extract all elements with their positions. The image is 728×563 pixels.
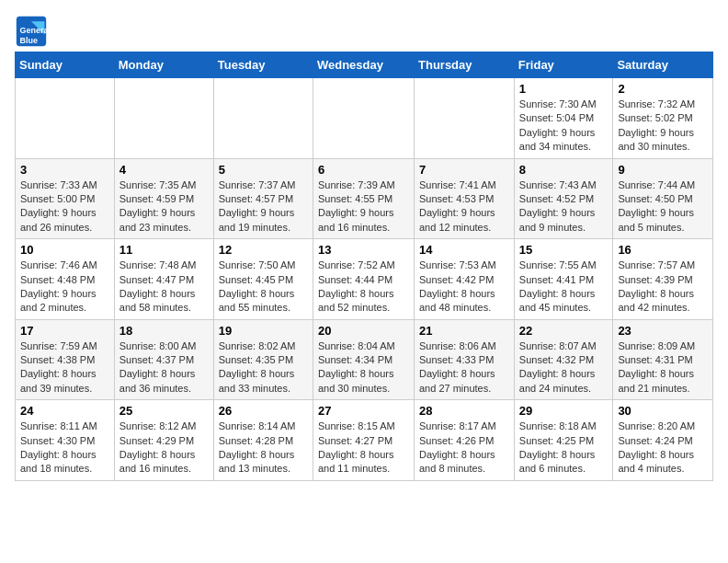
calendar-cell	[16, 78, 115, 159]
calendar-cell: 2Sunrise: 7:32 AM Sunset: 5:02 PM Daylig…	[613, 78, 713, 159]
day-info: Sunrise: 7:43 AM Sunset: 4:52 PM Dayligh…	[519, 178, 609, 236]
day-number: 25	[119, 404, 209, 418]
day-info: Sunrise: 7:55 AM Sunset: 4:41 PM Dayligh…	[519, 259, 609, 316]
day-number: 27	[318, 404, 409, 418]
day-number: 13	[318, 243, 409, 257]
day-number: 21	[419, 324, 509, 338]
calendar-cell: 25Sunrise: 8:12 AM Sunset: 4:29 PM Dayli…	[114, 400, 213, 481]
calendar-cell: 13Sunrise: 7:52 AM Sunset: 4:44 PM Dayli…	[313, 239, 414, 320]
calendar-cell: 24Sunrise: 8:11 AM Sunset: 4:30 PM Dayli…	[16, 400, 115, 481]
calendar-cell: 18Sunrise: 8:00 AM Sunset: 4:37 PM Dayli…	[114, 319, 213, 400]
calendar-cell: 8Sunrise: 7:43 AM Sunset: 4:52 PM Daylig…	[514, 158, 613, 239]
day-number: 17	[20, 324, 109, 338]
day-info: Sunrise: 7:30 AM Sunset: 5:04 PM Dayligh…	[519, 98, 609, 155]
day-header-thursday: Thursday	[415, 52, 515, 78]
day-info: Sunrise: 7:53 AM Sunset: 4:42 PM Dayligh…	[419, 259, 509, 316]
day-number: 9	[618, 163, 708, 177]
calendar-table: SundayMondayTuesdayWednesdayThursdayFrid…	[15, 52, 713, 481]
day-info: Sunrise: 7:37 AM Sunset: 4:57 PM Dayligh…	[219, 178, 308, 236]
calendar-cell: 27Sunrise: 8:15 AM Sunset: 4:27 PM Dayli…	[313, 400, 414, 481]
day-number: 12	[219, 243, 308, 257]
day-number: 14	[419, 243, 509, 257]
calendar-cell: 29Sunrise: 8:18 AM Sunset: 4:25 PM Dayli…	[514, 400, 613, 481]
calendar-cell: 21Sunrise: 8:06 AM Sunset: 4:33 PM Dayli…	[415, 319, 515, 400]
calendar-cell: 4Sunrise: 7:35 AM Sunset: 4:59 PM Daylig…	[114, 158, 213, 239]
day-info: Sunrise: 7:46 AM Sunset: 4:48 PM Dayligh…	[20, 259, 109, 316]
calendar-cell: 16Sunrise: 7:57 AM Sunset: 4:39 PM Dayli…	[613, 239, 713, 320]
day-info: Sunrise: 7:50 AM Sunset: 4:45 PM Dayligh…	[219, 259, 308, 316]
day-number: 8	[519, 163, 609, 177]
day-info: Sunrise: 8:07 AM Sunset: 4:32 PM Dayligh…	[519, 339, 609, 396]
day-info: Sunrise: 8:20 AM Sunset: 4:24 PM Dayligh…	[618, 419, 708, 477]
day-info: Sunrise: 7:59 AM Sunset: 4:38 PM Dayligh…	[20, 339, 109, 396]
day-header-tuesday: Tuesday	[213, 52, 313, 78]
day-info: Sunrise: 8:15 AM Sunset: 4:27 PM Dayligh…	[318, 419, 409, 477]
calendar-cell: 14Sunrise: 7:53 AM Sunset: 4:42 PM Dayli…	[415, 239, 515, 320]
day-header-saturday: Saturday	[613, 52, 713, 78]
calendar-cell	[114, 78, 213, 159]
day-info: Sunrise: 7:52 AM Sunset: 4:44 PM Dayligh…	[318, 259, 409, 316]
day-info: Sunrise: 8:12 AM Sunset: 4:29 PM Dayligh…	[119, 419, 209, 477]
calendar-cell: 22Sunrise: 8:07 AM Sunset: 4:32 PM Dayli…	[514, 319, 613, 400]
logo-icon: General Blue	[15, 15, 48, 48]
day-info: Sunrise: 8:04 AM Sunset: 4:34 PM Dayligh…	[318, 339, 409, 396]
calendar-cell: 3Sunrise: 7:33 AM Sunset: 5:00 PM Daylig…	[16, 158, 115, 239]
day-header-friday: Friday	[514, 52, 613, 78]
day-number: 20	[318, 324, 409, 338]
calendar-cell: 30Sunrise: 8:20 AM Sunset: 4:24 PM Dayli…	[613, 400, 713, 481]
day-number: 24	[20, 404, 109, 418]
day-number: 23	[618, 324, 708, 338]
calendar-cell: 19Sunrise: 8:02 AM Sunset: 4:35 PM Dayli…	[213, 319, 313, 400]
day-number: 2	[618, 82, 708, 96]
calendar-cell: 28Sunrise: 8:17 AM Sunset: 4:26 PM Dayli…	[415, 400, 515, 481]
calendar-cell	[213, 78, 313, 159]
day-info: Sunrise: 8:02 AM Sunset: 4:35 PM Dayligh…	[219, 339, 308, 396]
calendar-cell: 5Sunrise: 7:37 AM Sunset: 4:57 PM Daylig…	[213, 158, 313, 239]
calendar-cell: 1Sunrise: 7:30 AM Sunset: 5:04 PM Daylig…	[514, 78, 613, 159]
day-number: 15	[519, 243, 609, 257]
day-info: Sunrise: 7:32 AM Sunset: 5:02 PM Dayligh…	[618, 98, 708, 155]
day-number: 22	[519, 324, 609, 338]
calendar-cell: 12Sunrise: 7:50 AM Sunset: 4:45 PM Dayli…	[213, 239, 313, 320]
day-number: 6	[318, 163, 409, 177]
calendar-cell: 10Sunrise: 7:46 AM Sunset: 4:48 PM Dayli…	[16, 239, 115, 320]
svg-text:Blue: Blue	[19, 36, 38, 45]
day-number: 26	[219, 404, 308, 418]
day-number: 18	[119, 324, 209, 338]
calendar-cell: 17Sunrise: 7:59 AM Sunset: 4:38 PM Dayli…	[16, 319, 115, 400]
day-header-wednesday: Wednesday	[313, 52, 414, 78]
calendar-cell: 11Sunrise: 7:48 AM Sunset: 4:47 PM Dayli…	[114, 239, 213, 320]
day-number: 10	[20, 243, 109, 257]
day-number: 5	[219, 163, 308, 177]
calendar-cell: 7Sunrise: 7:41 AM Sunset: 4:53 PM Daylig…	[415, 158, 515, 239]
calendar-cell: 20Sunrise: 8:04 AM Sunset: 4:34 PM Dayli…	[313, 319, 414, 400]
day-info: Sunrise: 7:33 AM Sunset: 5:00 PM Dayligh…	[20, 178, 109, 236]
day-info: Sunrise: 8:09 AM Sunset: 4:31 PM Dayligh…	[618, 339, 708, 396]
day-info: Sunrise: 8:06 AM Sunset: 4:33 PM Dayligh…	[419, 339, 509, 396]
day-number: 30	[618, 404, 708, 418]
day-info: Sunrise: 7:57 AM Sunset: 4:39 PM Dayligh…	[618, 259, 708, 316]
day-info: Sunrise: 7:44 AM Sunset: 4:50 PM Dayligh…	[618, 178, 708, 236]
day-info: Sunrise: 7:48 AM Sunset: 4:47 PM Dayligh…	[119, 259, 209, 316]
day-header-monday: Monday	[114, 52, 213, 78]
page-header: General Blue	[15, 15, 713, 48]
svg-text:General: General	[19, 26, 48, 35]
calendar-cell	[415, 78, 515, 159]
calendar-cell: 15Sunrise: 7:55 AM Sunset: 4:41 PM Dayli…	[514, 239, 613, 320]
calendar-cell: 9Sunrise: 7:44 AM Sunset: 4:50 PM Daylig…	[613, 158, 713, 239]
day-header-sunday: Sunday	[16, 52, 115, 78]
day-number: 19	[219, 324, 308, 338]
day-number: 4	[119, 163, 209, 177]
day-number: 29	[519, 404, 609, 418]
day-number: 11	[119, 243, 209, 257]
day-number: 16	[618, 243, 708, 257]
calendar-cell: 23Sunrise: 8:09 AM Sunset: 4:31 PM Dayli…	[613, 319, 713, 400]
day-number: 1	[519, 82, 609, 96]
day-info: Sunrise: 7:41 AM Sunset: 4:53 PM Dayligh…	[419, 178, 509, 236]
day-info: Sunrise: 8:11 AM Sunset: 4:30 PM Dayligh…	[20, 419, 109, 477]
day-info: Sunrise: 8:17 AM Sunset: 4:26 PM Dayligh…	[419, 419, 509, 477]
calendar-cell: 26Sunrise: 8:14 AM Sunset: 4:28 PM Dayli…	[213, 400, 313, 481]
day-info: Sunrise: 8:00 AM Sunset: 4:37 PM Dayligh…	[119, 339, 209, 396]
day-info: Sunrise: 8:14 AM Sunset: 4:28 PM Dayligh…	[219, 419, 308, 477]
calendar-cell: 6Sunrise: 7:39 AM Sunset: 4:55 PM Daylig…	[313, 158, 414, 239]
